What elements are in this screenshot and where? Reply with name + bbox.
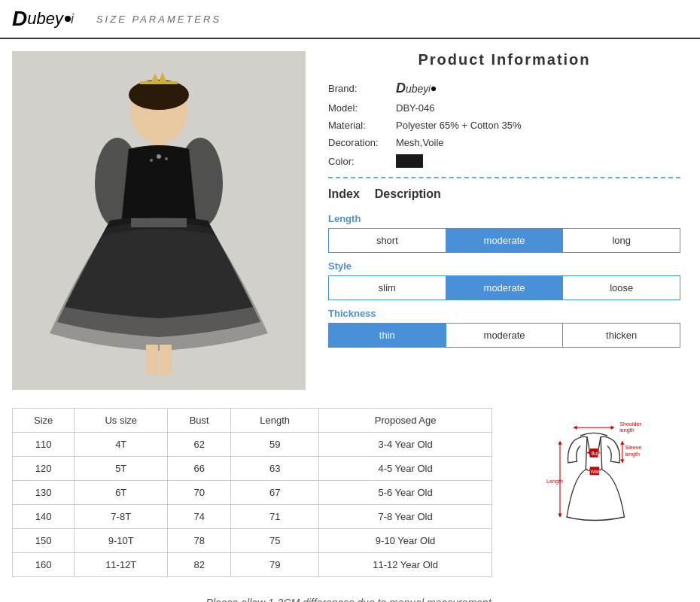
- table-cell: 9-10 Year Old: [319, 529, 492, 553]
- col-length: Length: [231, 409, 319, 433]
- table-cell: 67: [231, 481, 319, 505]
- table-cell: 78: [168, 529, 231, 553]
- thickness-btn-group: thin moderate thicken: [328, 323, 680, 348]
- header: D ubey i SIZE PARAMETERS: [0, 0, 700, 39]
- table-cell: 9-10T: [75, 529, 168, 553]
- model-label: Model:: [328, 102, 396, 114]
- table-row: 1306T70675-6 Year Old: [13, 481, 492, 505]
- length-label: Length: [328, 213, 680, 224]
- footer-note: Please allow 1-3CM differences due to ma…: [0, 589, 700, 602]
- style-slim-btn[interactable]: slim: [328, 275, 446, 300]
- style-label: Style: [328, 260, 680, 272]
- divider: [328, 177, 680, 178]
- table-cell: 66: [168, 457, 231, 481]
- svg-text:Waist: Waist: [591, 469, 603, 474]
- logo: D ubey i: [12, 7, 74, 31]
- svg-marker-18: [611, 426, 615, 430]
- size-section: Size Us size Bust Length Proposed Age 11…: [0, 408, 700, 589]
- col-us-size: Us size: [75, 409, 168, 433]
- style-moderate-btn[interactable]: moderate: [446, 275, 563, 300]
- model-value: DBY-046: [396, 102, 435, 114]
- brand-dot-icon: [431, 87, 436, 91]
- size-table-container: Size Us size Bust Length Proposed Age 11…: [12, 408, 492, 577]
- material-label: Material:: [328, 120, 396, 131]
- table-cell: 70: [168, 481, 231, 505]
- index-label: Index: [328, 187, 360, 201]
- brand-label: Brand:: [328, 83, 396, 94]
- table-row: 1407-8T74717-8 Year Old: [13, 505, 492, 529]
- svg-text:Length: Length: [546, 478, 563, 485]
- color-swatch: [396, 154, 423, 168]
- table-cell: 3-4 Year Old: [319, 433, 492, 457]
- brand-d: D: [396, 81, 406, 96]
- length-moderate-btn[interactable]: moderate: [446, 228, 563, 253]
- svg-text:length: length: [625, 451, 640, 458]
- decoration-label: Decoration:: [328, 137, 396, 148]
- svg-rect-13: [146, 345, 158, 375]
- decoration-row: Decoration: Mesh,Voile: [328, 137, 680, 148]
- style-loose-btn[interactable]: loose: [562, 275, 680, 300]
- thickness-thin-btn[interactable]: thin: [328, 323, 446, 348]
- svg-marker-35: [558, 514, 562, 518]
- logo-rest: ubey: [27, 9, 63, 29]
- table-cell: 6T: [75, 481, 168, 505]
- style-section: Style slim moderate loose: [328, 260, 680, 300]
- section-title: SIZE PARAMETERS: [96, 14, 221, 25]
- table-cell: 79: [231, 553, 319, 577]
- main-content: Product Information Brand: Dubeyi Model:…: [0, 39, 700, 408]
- table-cell: 59: [231, 433, 319, 457]
- table-cell: 5-6 Year Old: [319, 481, 492, 505]
- product-title: Product Information: [328, 51, 680, 68]
- table-row: 1509-10T78759-10 Year Old: [13, 529, 492, 553]
- table-cell: 63: [231, 457, 319, 481]
- table-cell: 150: [13, 529, 75, 553]
- thickness-label: Thickness: [328, 308, 680, 319]
- svg-rect-14: [160, 345, 172, 375]
- table-row: 1205T66634-5 Year Old: [13, 457, 492, 481]
- product-info: Product Information Brand: Dubeyi Model:…: [321, 51, 688, 396]
- description-label: Description: [375, 187, 441, 201]
- length-section: Length short moderate long: [328, 213, 680, 253]
- decoration-value: Mesh,Voile: [396, 137, 444, 148]
- table-cell: 62: [168, 433, 231, 457]
- table-cell: 7-8 Year Old: [319, 505, 492, 529]
- color-row: Color:: [328, 154, 680, 168]
- length-btn-group: short moderate long: [328, 228, 680, 253]
- logo-dot-icon: [65, 16, 71, 22]
- table-cell: 7-8T: [75, 505, 168, 529]
- table-cell: 5T: [75, 457, 168, 481]
- table-cell: 11-12T: [75, 553, 168, 577]
- svg-marker-17: [574, 426, 577, 430]
- svg-rect-3: [140, 81, 178, 84]
- diagram-svg: Shoulder length Sleeve length Bust Waist…: [511, 415, 677, 551]
- size-table: Size Us size Bust Length Proposed Age 11…: [12, 408, 492, 577]
- table-cell: 11-12 Year Old: [319, 553, 492, 577]
- table-cell: 130: [13, 481, 75, 505]
- table-cell: 4T: [75, 433, 168, 457]
- table-row: 16011-12T827911-12 Year Old: [13, 553, 492, 577]
- table-cell: 75: [231, 529, 319, 553]
- brand-symbol: i: [428, 84, 431, 94]
- thickness-thicken-btn[interactable]: thicken: [562, 323, 680, 348]
- table-cell: 71: [231, 505, 319, 529]
- brand-rest: ubey: [406, 83, 428, 95]
- svg-text:length: length: [619, 427, 635, 433]
- material-value: Polyester 65% + Cotton 35%: [396, 120, 522, 131]
- thickness-moderate-btn[interactable]: moderate: [446, 323, 563, 348]
- svg-point-10: [157, 154, 161, 159]
- svg-marker-22: [620, 441, 624, 445]
- table-cell: 74: [168, 505, 231, 529]
- product-image: [12, 51, 306, 390]
- svg-text:Bust: Bust: [591, 451, 601, 456]
- size-diagram: Shoulder length Sleeve length Bust Waist…: [500, 408, 688, 577]
- material-row: Material: Polyester 65% + Cotton 35%: [328, 120, 680, 131]
- logo-d: D: [12, 7, 27, 31]
- length-short-btn[interactable]: short: [328, 228, 446, 253]
- table-header-row: Size Us size Bust Length Proposed Age: [13, 409, 492, 433]
- length-long-btn[interactable]: long: [562, 228, 680, 253]
- table-cell: 140: [13, 505, 75, 529]
- col-bust: Bust: [168, 409, 231, 433]
- table-row: 1104T62593-4 Year Old: [13, 433, 492, 457]
- product-image-svg: [12, 51, 306, 390]
- svg-marker-23: [620, 460, 624, 464]
